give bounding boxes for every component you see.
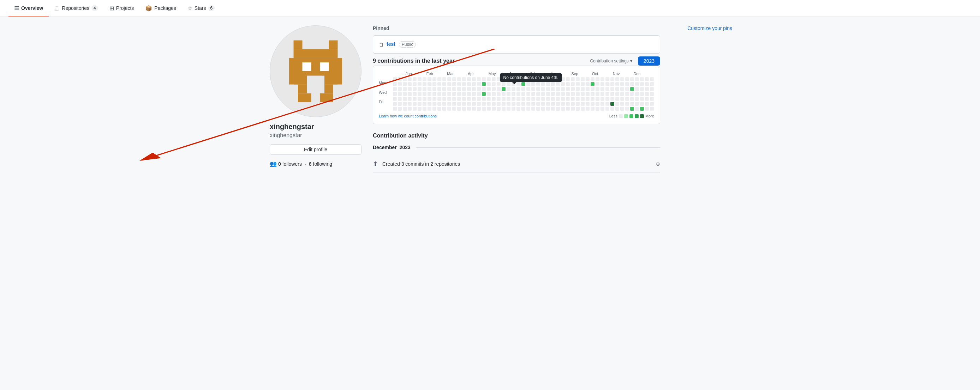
graph-cell[interactable] (556, 97, 560, 101)
tab-packages[interactable]: 📦 Packages (140, 1, 181, 17)
graph-cell[interactable] (600, 92, 605, 96)
graph-cell[interactable] (428, 77, 431, 81)
graph-cell[interactable] (507, 107, 511, 111)
graph-cell[interactable] (482, 102, 486, 106)
graph-cell[interactable] (571, 107, 575, 111)
graph-cell[interactable] (442, 97, 446, 101)
graph-cell[interactable] (497, 102, 501, 106)
graph-cell[interactable] (497, 92, 501, 96)
graph-cell[interactable] (615, 87, 619, 91)
graph-cell[interactable] (398, 102, 402, 106)
graph-cell[interactable] (600, 97, 605, 101)
graph-cell[interactable] (630, 87, 634, 91)
graph-cell[interactable] (576, 77, 580, 81)
graph-cell[interactable] (413, 102, 417, 106)
graph-cell[interactable] (615, 77, 619, 81)
graph-cell[interactable] (595, 82, 600, 86)
graph-cell[interactable] (605, 92, 609, 96)
graph-cell[interactable] (428, 87, 431, 91)
graph-cell[interactable] (403, 107, 407, 111)
graph-cell[interactable] (576, 82, 580, 86)
graph-cell[interactable] (625, 77, 629, 81)
graph-cell[interactable] (551, 82, 555, 86)
graph-cell[interactable] (600, 107, 605, 111)
graph-cell[interactable] (442, 102, 446, 106)
graph-cell[interactable] (423, 97, 426, 101)
graph-cell[interactable] (398, 97, 402, 101)
graph-cell[interactable] (556, 107, 560, 111)
graph-cell[interactable] (457, 82, 461, 86)
graph-cell[interactable] (472, 77, 476, 81)
graph-cell[interactable] (418, 92, 422, 96)
graph-cell[interactable] (640, 97, 644, 101)
graph-cell[interactable] (477, 87, 481, 91)
graph-cell[interactable] (447, 102, 451, 106)
graph-cell[interactable] (512, 77, 515, 81)
graph-cell[interactable] (438, 102, 441, 106)
graph-cell[interactable] (635, 92, 639, 96)
graph-cell[interactable] (462, 77, 466, 81)
graph-cell[interactable] (502, 87, 506, 91)
graph-cell[interactable] (472, 87, 476, 91)
graph-cell[interactable] (452, 102, 456, 106)
graph-cell[interactable] (536, 82, 540, 86)
graph-cell[interactable] (581, 87, 585, 91)
graph-cell[interactable] (467, 102, 471, 106)
graph-cell[interactable] (645, 97, 649, 101)
tab-overview[interactable]: ☰ Overview (8, 1, 49, 17)
graph-cell[interactable] (438, 107, 441, 111)
graph-cell[interactable] (595, 87, 600, 91)
graph-cell[interactable] (438, 77, 441, 81)
graph-cell[interactable] (492, 107, 496, 111)
graph-cell[interactable] (527, 82, 530, 86)
graph-cell[interactable] (408, 82, 412, 86)
graph-cell[interactable] (581, 82, 585, 86)
graph-cell[interactable] (502, 107, 506, 111)
graph-cell[interactable] (551, 107, 555, 111)
graph-cell[interactable] (531, 87, 535, 91)
graph-cell[interactable] (492, 102, 496, 106)
graph-cell[interactable] (566, 82, 570, 86)
graph-cell[interactable] (507, 82, 511, 86)
graph-cell[interactable] (576, 107, 580, 111)
graph-cell[interactable] (620, 92, 624, 96)
graph-cell[interactable] (645, 87, 649, 91)
graph-cell[interactable] (447, 77, 451, 81)
graph-cell[interactable] (630, 97, 634, 101)
graph-cell[interactable] (640, 87, 644, 91)
graph-cell[interactable] (393, 87, 397, 91)
graph-cell[interactable] (541, 107, 545, 111)
graph-cell[interactable] (630, 77, 634, 81)
graph-cell[interactable] (487, 97, 491, 101)
graph-cell[interactable] (477, 82, 481, 86)
graph-cell[interactable] (398, 107, 402, 111)
graph-cell[interactable] (536, 87, 540, 91)
graph-cell[interactable] (477, 107, 481, 111)
edit-profile-button[interactable]: Edit profile (270, 144, 361, 155)
graph-cell[interactable] (640, 82, 644, 86)
graph-cell[interactable] (418, 97, 422, 101)
graph-cell[interactable] (585, 77, 590, 81)
graph-cell[interactable] (610, 87, 614, 91)
graph-cell[interactable] (438, 97, 441, 101)
graph-cell[interactable] (590, 97, 595, 101)
graph-cell[interactable] (492, 77, 496, 81)
graph-cell[interactable] (502, 97, 506, 101)
graph-cell[interactable] (605, 82, 609, 86)
graph-cell[interactable] (620, 102, 624, 106)
graph-cell[interactable] (551, 92, 555, 96)
graph-cell[interactable] (522, 87, 525, 91)
graph-cell[interactable] (561, 107, 565, 111)
repo-name-link[interactable]: test (387, 41, 395, 47)
graph-cell[interactable] (556, 92, 560, 96)
graph-cell[interactable] (581, 107, 585, 111)
graph-cell[interactable] (561, 92, 565, 96)
graph-cell[interactable] (610, 92, 614, 96)
graph-cell[interactable] (635, 87, 639, 91)
graph-cell[interactable] (413, 97, 417, 101)
graph-cell[interactable] (650, 102, 654, 106)
graph-cell[interactable] (398, 82, 402, 86)
graph-cell[interactable] (522, 77, 525, 81)
graph-cell[interactable] (650, 77, 654, 81)
graph-cell[interactable] (615, 107, 619, 111)
